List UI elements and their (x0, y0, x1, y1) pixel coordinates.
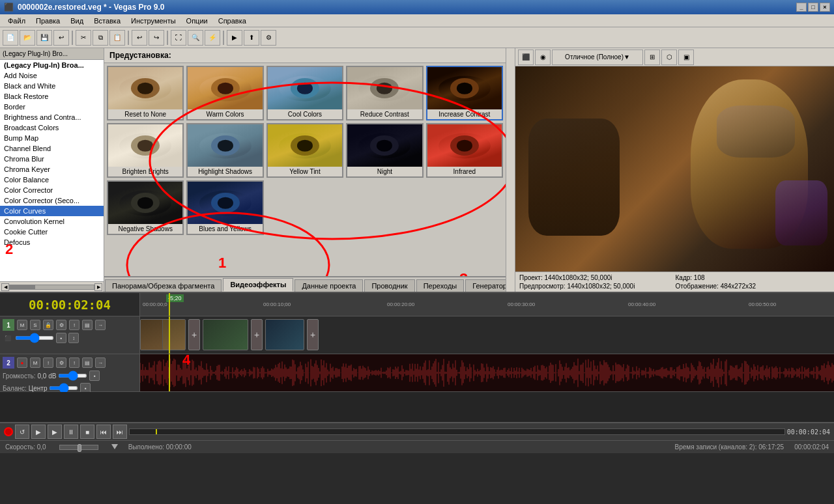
filter-list-scrollbar[interactable]: ◀ ▶ (0, 281, 104, 292)
tab-0[interactable]: Панорама/Обрезка фрагмента (105, 279, 222, 292)
video-track-fx[interactable]: ! (69, 320, 79, 330)
audio-mute-btn[interactable]: M (30, 357, 40, 368)
preset-item-5[interactable]: Brighten Brights (107, 123, 184, 178)
select-button[interactable]: ⛶ (171, 30, 186, 46)
zoom-button[interactable]: 🔍 (188, 30, 203, 46)
preset-item-11[interactable]: Blues and Yellows (186, 180, 263, 235)
tab-5[interactable]: Генераторы д... (465, 279, 506, 292)
preview-tb4[interactable]: ⬡ (661, 49, 677, 65)
tab-3[interactable]: Проводник (364, 279, 414, 292)
video-opacity-end[interactable]: ▪ (56, 333, 66, 343)
filter-item-2[interactable]: Black and White (0, 81, 104, 91)
filter-item-6[interactable]: Broadcast Colors (0, 122, 104, 133)
next-frame-button[interactable]: ⏭ (113, 425, 127, 439)
cut-button[interactable]: ✂ (76, 30, 91, 46)
minimize-button[interactable]: _ (796, 3, 807, 12)
menu-edit[interactable]: Правка (31, 16, 65, 26)
undo-button[interactable]: ↩ (53, 30, 69, 46)
audio-arrow-btn[interactable]: → (95, 357, 106, 368)
audio-settings-btn[interactable]: ⚙ (56, 357, 66, 368)
scroll-left-button[interactable]: ◀ (1, 283, 9, 291)
play-stop-button[interactable]: ▶ (31, 425, 46, 439)
prev-frame-button[interactable]: ⏮ (96, 425, 111, 439)
tab-2[interactable]: Данные проекта (295, 279, 363, 292)
filter-item-7[interactable]: Bump Map (0, 133, 104, 143)
preview-tb2[interactable]: ◉ (535, 49, 551, 65)
audio-comp-btn[interactable]: ▤ (82, 357, 93, 368)
video-track-lock[interactable]: 🔒 (43, 320, 53, 330)
balance-slider[interactable] (49, 386, 78, 390)
pause-button[interactable]: ⏸ (64, 425, 78, 439)
render-button[interactable]: ▶ (227, 30, 242, 46)
open-button[interactable]: 📂 (20, 30, 35, 46)
preset-item-6[interactable]: Highlight Shadows (186, 123, 263, 178)
filter-item-9[interactable]: Chroma Blur (0, 154, 104, 164)
menu-options[interactable]: Опции (181, 16, 213, 26)
split-button[interactable]: ⚡ (205, 30, 220, 46)
filter-item-14[interactable]: Color Curves (0, 206, 104, 216)
center-scrollbar[interactable] (506, 48, 515, 292)
video-clip-3[interactable] (203, 319, 248, 350)
tab-4[interactable]: Переходы (416, 279, 465, 292)
filter-item-5[interactable]: Brightness and Contra... (0, 112, 104, 122)
record-button[interactable] (4, 427, 13, 436)
preset-grid-container[interactable]: Reset to NoneWarm ColorsCool ColorsReduc… (104, 63, 506, 276)
preset-item-7[interactable]: Yellow Tint (266, 123, 343, 178)
preview-tb5[interactable]: ▣ (678, 49, 694, 65)
preview-tb3[interactable]: ⊞ (644, 49, 660, 65)
video-track-comp[interactable]: ▤ (82, 320, 93, 330)
video-track-content[interactable]: + + + (140, 316, 834, 354)
preset-item-0[interactable]: Reset to None (107, 66, 184, 120)
redo-button[interactable]: ↪ (149, 30, 164, 46)
video-opacity-slider[interactable] (15, 336, 54, 340)
filter-item-16[interactable]: Cookie Cutter (0, 227, 104, 237)
video-track-arrow-right[interactable]: → (95, 320, 106, 330)
menu-tools[interactable]: Инструменты (126, 16, 181, 26)
volume-end[interactable]: ▪ (89, 371, 100, 381)
audio-track-content[interactable]: // Draw waveform (140, 354, 834, 391)
volume-slider[interactable] (58, 374, 87, 378)
preset-item-3[interactable]: Reduce Contrast (346, 66, 423, 120)
maximize-button[interactable]: □ (808, 3, 818, 12)
audio-record-btn[interactable]: ● (17, 357, 27, 368)
menu-help[interactable]: Справка (213, 16, 252, 26)
filter-item-0[interactable]: (Legacy Plug-In) Broa... (0, 60, 104, 70)
close-button[interactable]: × (820, 3, 830, 12)
new-button[interactable]: 📄 (3, 30, 18, 46)
scroll-thumb[interactable] (10, 285, 35, 289)
timeline-progress[interactable] (129, 428, 785, 435)
filter-item-10[interactable]: Chroma Keyer (0, 164, 104, 175)
filter-item-4[interactable]: Border (0, 102, 104, 112)
filter-item-8[interactable]: Channel Blend (0, 143, 104, 154)
video-clip-2[interactable]: + (188, 319, 200, 350)
menu-view[interactable]: Вид (65, 16, 89, 26)
preset-item-9[interactable]: Infrared (426, 123, 503, 178)
filter-item-11[interactable]: Color Balance (0, 175, 104, 185)
audio-env-btn[interactable]: ! (69, 357, 79, 368)
video-clip-5[interactable] (265, 319, 304, 350)
export-button[interactable]: ⬆ (244, 30, 259, 46)
timeline-ruler[interactable]: -5;20 00:00:00;0 00:00:10;00 00:00:20:00… (140, 293, 834, 316)
preset-item-1[interactable]: Warm Colors (186, 66, 263, 120)
undo2-button[interactable]: ↩ (132, 30, 147, 46)
filter-item-12[interactable]: Color Corrector (0, 185, 104, 195)
filter-item-17[interactable]: Defocus (0, 237, 104, 247)
loop-button[interactable]: ↺ (15, 425, 29, 439)
paste-button[interactable]: 📋 (109, 30, 125, 46)
filter-item-3[interactable]: Black Restore (0, 91, 104, 102)
video-track-settings[interactable]: ⚙ (56, 320, 66, 330)
video-track-mute[interactable]: M (17, 320, 27, 330)
preview-tb1[interactable]: ⬛ (518, 49, 534, 65)
audio-fx-btn[interactable]: ! (43, 357, 53, 368)
scroll-track[interactable] (9, 285, 94, 290)
filter-item-13[interactable]: Color Corrector (Seco... (0, 195, 104, 206)
video-clip-6[interactable]: + (307, 319, 319, 350)
filter-item-1[interactable]: Add Noise (0, 70, 104, 81)
play-button[interactable]: ▶ (48, 425, 62, 439)
filter-item-15[interactable]: Convolution Kernel (0, 216, 104, 227)
speed-slider-area[interactable] (59, 445, 98, 450)
stop-button[interactable]: ■ (80, 425, 94, 439)
video-clip-1[interactable] (140, 319, 186, 350)
tab-1[interactable]: Видеоэффекты (223, 278, 293, 292)
preset-item-2[interactable]: Cool Colors (266, 66, 343, 120)
